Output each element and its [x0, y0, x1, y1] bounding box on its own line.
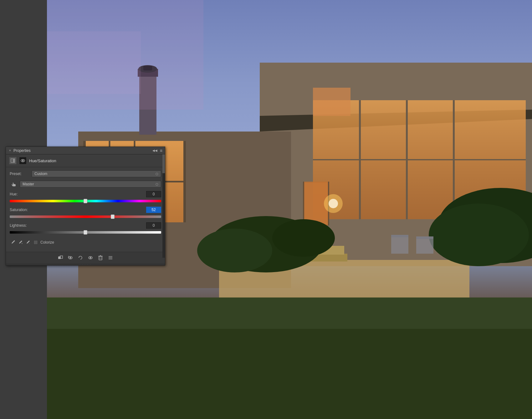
dropper-tools: + - — [10, 239, 31, 246]
hue-value-input[interactable]: 0 — [146, 191, 161, 197]
hue-slider-track[interactable] — [10, 199, 161, 204]
eyedropper-add-button[interactable]: + — [17, 239, 23, 246]
svg-text:-: - — [29, 242, 30, 245]
svg-rect-39 — [391, 235, 408, 254]
reset-button[interactable] — [77, 254, 84, 261]
channel-value: Master — [23, 182, 34, 186]
svg-point-33 — [197, 229, 272, 272]
svg-point-38 — [329, 199, 338, 208]
svg-rect-59 — [99, 256, 102, 260]
svg-point-48 — [22, 160, 24, 162]
eyedropper-set-button[interactable] — [10, 239, 16, 246]
preset-value: Custom — [34, 172, 47, 176]
lightness-header: Lightness: 0 — [10, 222, 161, 229]
colorize-checkbox[interactable] — [33, 240, 38, 245]
svg-point-36 — [429, 204, 529, 266]
svg-rect-21 — [313, 88, 350, 116]
svg-point-49 — [14, 241, 15, 241]
visibility-toggle-icon[interactable] — [19, 157, 27, 164]
panel-options-button[interactable] — [107, 254, 114, 261]
svg-rect-42 — [416, 236, 433, 239]
saturation-slider-thumb[interactable] — [111, 215, 115, 219]
svg-rect-40 — [391, 235, 408, 237]
svg-point-55 — [70, 257, 71, 259]
scrollbar-thumb[interactable] — [162, 154, 165, 173]
panel-collapse-button[interactable]: ◀◀ — [152, 149, 157, 152]
hue-slider-thumb[interactable] — [84, 199, 87, 203]
lightness-label: Lightness: — [10, 223, 27, 228]
saturation-slider-track[interactable] — [10, 214, 161, 219]
clip-to-layer-button[interactable] — [57, 254, 64, 261]
svg-text:+: + — [21, 242, 23, 245]
svg-rect-41 — [416, 236, 433, 254]
svg-point-34 — [272, 219, 335, 257]
svg-rect-44 — [47, 31, 141, 94]
hue-section: Hue: 0 — [10, 191, 161, 204]
saturation-header: Saturation: 52 — [10, 207, 161, 213]
svg-point-58 — [90, 257, 91, 259]
preset-dropdown-arrow: ⬡ — [156, 172, 158, 176]
properties-panel: × Properties ◀◀ ≡ Hue/Saturation Prese — [6, 147, 165, 266]
preset-label: Preset: — [10, 172, 32, 176]
hue-header: Hue: 0 — [10, 191, 161, 197]
panel-menu-button[interactable]: ≡ — [160, 148, 162, 153]
delete-layer-button[interactable] — [97, 254, 104, 261]
saturation-value-input[interactable]: 52 — [146, 207, 161, 213]
saturation-label: Saturation: — [10, 208, 28, 212]
lightness-slider-track[interactable] — [10, 230, 161, 235]
lightness-section: Lightness: 0 — [10, 222, 161, 235]
panel-toolbar — [6, 252, 165, 263]
channel-row: Master ⬡ — [10, 180, 161, 188]
saturation-section: Saturation: 52 — [10, 207, 161, 219]
panel-content: Preset: Custom ⬡ Master ⬡ Hue: 0 — [6, 167, 165, 252]
preset-dropdown[interactable]: Custom ⬡ — [32, 170, 161, 177]
panel-close-button[interactable]: × — [8, 149, 12, 152]
panel-title-text: Properties — [13, 148, 31, 153]
channel-dropdown-arrow: ⬡ — [156, 183, 158, 186]
adjustment-title: Hue/Saturation — [29, 158, 56, 163]
eyedropper-subtract-button[interactable]: - — [25, 239, 31, 246]
svg-rect-52 — [58, 256, 61, 259]
view-previous-button[interactable] — [67, 254, 74, 261]
resizer-dots-icon: · · · · · — [79, 263, 91, 266]
lightness-slider-thumb[interactable] — [84, 230, 87, 235]
preset-row: Preset: Custom ⬡ — [10, 170, 161, 177]
panel-resizer[interactable]: · · · · · — [6, 263, 165, 265]
hue-label: Hue: — [10, 192, 18, 196]
panel-scrollbar[interactable] — [162, 154, 165, 258]
panel-titlebar: × Properties ◀◀ ≡ — [6, 147, 165, 154]
svg-rect-46 — [11, 159, 13, 162]
colorize-row: + - Colorize — [10, 238, 161, 246]
svg-rect-31 — [47, 297, 532, 329]
layer-mask-icon — [9, 157, 17, 164]
toggle-visibility-button[interactable] — [87, 254, 94, 261]
panel-header: Hue/Saturation — [6, 154, 165, 167]
channel-dropdown[interactable]: Master ⬡ — [20, 181, 161, 188]
lightness-value-input[interactable]: 0 — [146, 222, 161, 229]
hand-tool-icon[interactable] — [10, 180, 17, 188]
colorize-label: Colorize — [40, 240, 54, 245]
